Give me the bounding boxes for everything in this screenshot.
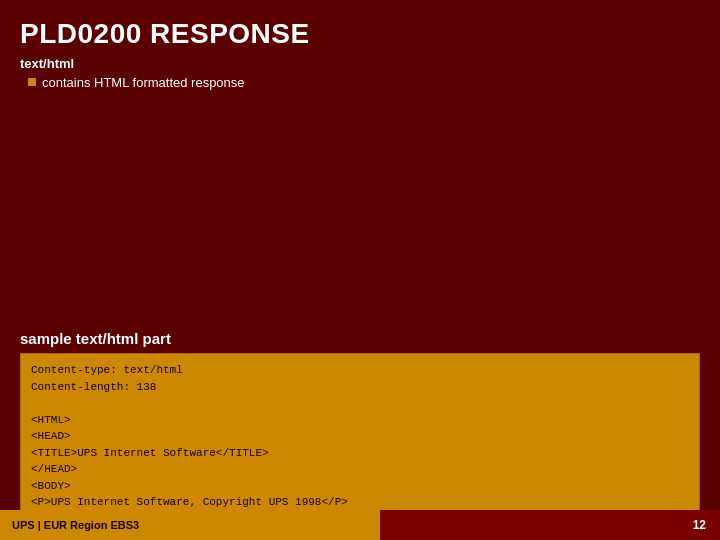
sample-section: sample text/html part Content-type: text…: [0, 330, 720, 540]
footer-left: UPS | EUR Region EBS3: [0, 510, 380, 540]
footer: UPS | EUR Region EBS3 12: [0, 510, 720, 540]
footer-right: 12: [380, 510, 720, 540]
code-line-5: <TITLE>UPS Internet Software</TITLE>: [31, 447, 269, 459]
code-line-1: Content-type: text/html: [31, 364, 183, 376]
code-line-8: <P>UPS Internet Software, Copyright UPS …: [31, 496, 348, 508]
section-label: text/html: [20, 56, 700, 71]
main-content: PLD0200 RESPONSE text/html contains HTML…: [0, 0, 720, 90]
bullet-square-icon: [28, 78, 36, 86]
bullet-item: contains HTML formatted response: [20, 75, 700, 90]
footer-page-number: 12: [693, 518, 706, 532]
slide-title: PLD0200 RESPONSE: [20, 18, 700, 50]
bullet-text: contains HTML formatted response: [42, 75, 245, 90]
code-line-4: <HEAD>: [31, 430, 71, 442]
code-line-7: <BODY>: [31, 480, 71, 492]
footer-left-text: UPS | EUR Region EBS3: [12, 519, 139, 531]
code-line-3: <HTML>: [31, 414, 71, 426]
code-line-2: Content-length: 138: [31, 381, 156, 393]
code-line-6: </HEAD>: [31, 463, 77, 475]
sample-title: sample text/html part: [20, 330, 700, 347]
